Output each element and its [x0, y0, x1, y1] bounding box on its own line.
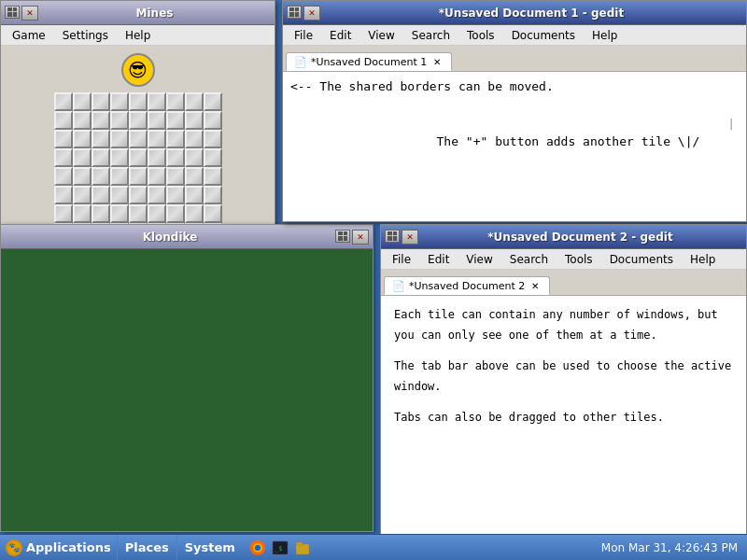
mines-cell[interactable] [204, 92, 222, 111]
mines-cell[interactable] [92, 130, 110, 148]
mines-cell[interactable] [204, 186, 222, 204]
mines-cell[interactable] [73, 148, 92, 167]
gedit1-close-button[interactable]: ✕ [303, 6, 320, 21]
mines-cell[interactable] [148, 186, 166, 204]
mines-cell[interactable] [73, 204, 92, 223]
mines-cell[interactable] [54, 204, 73, 223]
mines-cell[interactable] [54, 148, 73, 167]
taskbar-apps-button[interactable]: 🐾 Applications [0, 535, 118, 560]
gedit1-menu-file[interactable]: File [287, 27, 320, 44]
mines-cell[interactable] [110, 130, 129, 148]
mines-cell[interactable] [185, 130, 204, 148]
mines-window-buttons[interactable]: ✕ [5, 6, 38, 21]
taskbar-system-button[interactable]: System [177, 535, 243, 560]
mines-cell[interactable] [110, 92, 129, 111]
mines-cell[interactable] [148, 204, 166, 223]
files-icon[interactable] [293, 539, 312, 557]
mines-cell[interactable] [204, 204, 222, 223]
mines-cell[interactable] [54, 111, 73, 130]
firefox-icon[interactable] [248, 539, 267, 557]
gedit2-close-button[interactable]: ✕ [402, 230, 418, 245]
mines-cell[interactable] [92, 92, 110, 111]
mines-cell[interactable] [54, 167, 73, 186]
mines-cell[interactable] [185, 186, 204, 204]
mines-cell[interactable] [129, 111, 148, 130]
mines-cell[interactable] [92, 111, 110, 130]
gedit1-tab-close[interactable]: ✕ [430, 55, 444, 68]
mines-cell[interactable] [110, 167, 129, 186]
klondike-close-button[interactable]: ✕ [352, 230, 369, 245]
mines-cell[interactable] [148, 148, 166, 167]
mines-cell[interactable] [185, 148, 204, 167]
mines-cell[interactable] [92, 186, 110, 204]
mines-cell[interactable] [166, 92, 185, 111]
mines-cell[interactable] [54, 130, 73, 148]
gedit2-menu-edit[interactable]: Edit [420, 251, 457, 268]
mines-cell[interactable] [129, 92, 148, 111]
gedit1-tab[interactable]: 📄 *Unsaved Document 1 ✕ [286, 52, 452, 71]
gedit1-menu-view[interactable]: View [360, 27, 402, 44]
mines-cell[interactable] [185, 92, 204, 111]
gedit2-menu-file[interactable]: File [385, 251, 418, 268]
gedit1-menu-help[interactable]: Help [585, 27, 625, 44]
gedit2-menu-search[interactable]: Search [502, 251, 556, 268]
gedit2-menu-tools[interactable]: Tools [557, 251, 600, 268]
gedit2-editor[interactable]: Each tile can contain any number of wind… [381, 296, 746, 560]
mines-cell[interactable] [110, 148, 129, 167]
mines-cell[interactable] [166, 111, 185, 130]
mines-cell[interactable] [185, 167, 204, 186]
mines-cell[interactable] [166, 130, 185, 148]
mines-cell[interactable] [73, 167, 92, 186]
mines-close-button[interactable]: ✕ [21, 6, 38, 21]
mines-cell[interactable] [166, 167, 185, 186]
mines-cell[interactable] [148, 111, 166, 130]
mines-cell[interactable] [73, 111, 92, 130]
mines-cell[interactable] [148, 167, 166, 186]
mines-cell[interactable] [204, 111, 222, 130]
gedit2-menu-documents[interactable]: Documents [602, 251, 681, 268]
gedit1-window-buttons[interactable]: ✕ [287, 6, 320, 21]
mines-cell[interactable] [73, 186, 92, 204]
mines-cell[interactable] [148, 92, 166, 111]
gedit2-menu-view[interactable]: View [458, 251, 500, 268]
mines-cell[interactable] [129, 204, 148, 223]
mines-menu-help[interactable]: Help [118, 27, 158, 44]
mines-cell[interactable] [73, 92, 92, 111]
mines-cell[interactable] [92, 148, 110, 167]
mines-cell[interactable] [185, 204, 204, 223]
gedit2-window-buttons[interactable]: ✕ [385, 230, 418, 245]
mines-cell[interactable] [110, 186, 129, 204]
mines-cell[interactable] [166, 186, 185, 204]
gedit1-menu-edit[interactable]: Edit [322, 27, 359, 44]
klondike-tile-button[interactable] [335, 230, 350, 243]
gedit1-menu-search[interactable]: Search [404, 27, 458, 44]
mines-menu-game[interactable]: Game [5, 27, 53, 44]
mines-cell[interactable] [129, 186, 148, 204]
mines-cell[interactable] [166, 204, 185, 223]
taskbar-places-button[interactable]: Places [118, 535, 177, 560]
gedit2-tab-close[interactable]: ✕ [529, 279, 542, 292]
mines-cell[interactable] [129, 148, 148, 167]
mines-menu-settings[interactable]: Settings [55, 27, 116, 44]
mines-cell[interactable] [204, 167, 222, 186]
mines-cell[interactable] [129, 167, 148, 186]
mines-cell[interactable] [204, 130, 222, 148]
mines-cell[interactable] [73, 130, 92, 148]
mines-cell[interactable] [185, 111, 204, 130]
mines-smiley[interactable]: 😎 [121, 53, 155, 87]
mines-cell[interactable] [110, 204, 129, 223]
terminal-icon[interactable]: _$ [271, 539, 289, 557]
gedit2-tile-button[interactable] [385, 230, 400, 243]
mines-cell[interactable] [92, 204, 110, 223]
mines-tile-button[interactable] [5, 6, 20, 19]
mines-cell[interactable] [148, 130, 166, 148]
gedit2-tab[interactable]: 📄 *Unsaved Document 2 ✕ [384, 276, 550, 295]
gedit1-menu-documents[interactable]: Documents [504, 27, 583, 44]
mines-cell[interactable] [54, 186, 73, 204]
mines-cell[interactable] [92, 167, 110, 186]
mines-cell[interactable] [54, 92, 73, 111]
mines-cell[interactable] [110, 111, 129, 130]
mines-cell[interactable] [166, 148, 185, 167]
mines-cell[interactable] [129, 130, 148, 148]
mines-cell[interactable] [204, 148, 222, 167]
